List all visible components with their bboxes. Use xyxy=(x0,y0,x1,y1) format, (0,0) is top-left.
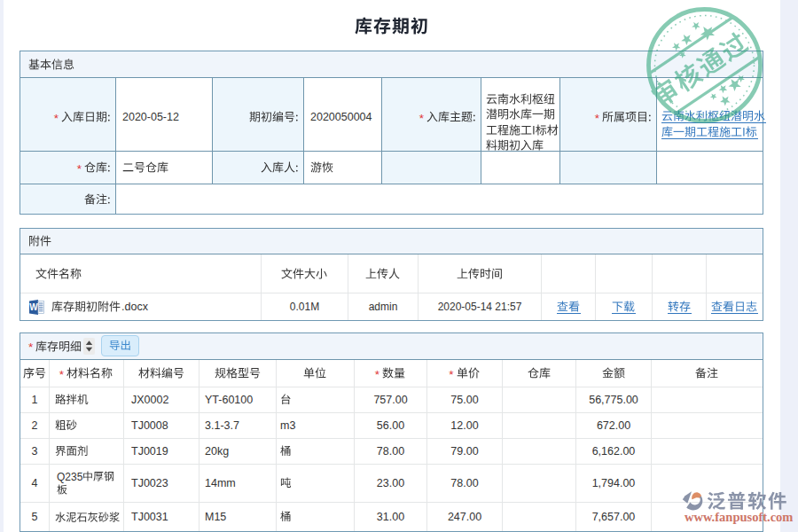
svg-text:W: W xyxy=(29,302,38,312)
